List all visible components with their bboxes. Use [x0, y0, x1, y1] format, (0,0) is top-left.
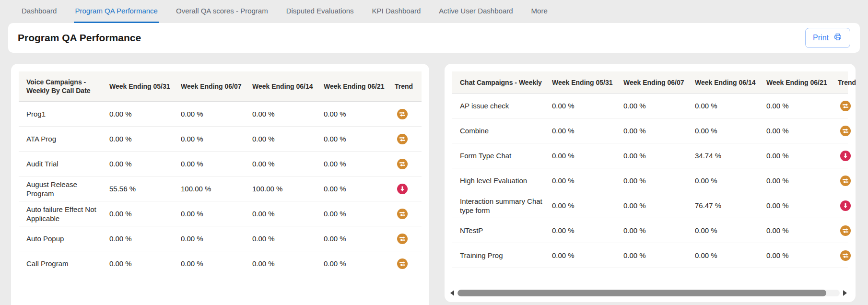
- scrollbar-thumb[interactable]: [457, 290, 826, 296]
- nav-tab-more[interactable]: More: [530, 0, 549, 23]
- trend-column-header: Trend: [838, 78, 856, 87]
- row-label: Training Prog: [460, 251, 552, 260]
- cell-value: 0.00 %: [324, 135, 395, 143]
- nav-tab-kpi-dashboard[interactable]: KPI Dashboard: [371, 0, 422, 23]
- cell-value: 0.00 %: [109, 110, 181, 118]
- cell-value: 100.00 %: [181, 185, 252, 193]
- cell-value: 0.00 %: [623, 201, 695, 210]
- nav-tab-overall-qa-scores-program[interactable]: Overall QA scores - Program: [175, 0, 269, 23]
- week-column-header: Week Ending 06/14: [695, 78, 766, 87]
- cell-value: 0.00 %: [623, 152, 695, 160]
- print-button-label: Print: [813, 34, 829, 42]
- trend-flat-icon: [397, 133, 408, 145]
- cell-value: 0.00 %: [252, 259, 324, 268]
- print-button[interactable]: Print: [805, 28, 850, 48]
- trend-flat-icon: [840, 250, 851, 261]
- cell-value: 0.00 %: [623, 251, 695, 259]
- cell-value: 34.74 %: [695, 152, 766, 160]
- row-label: Auto failure Effect Not Applicable: [26, 205, 109, 223]
- cell-value: 0.00 %: [324, 210, 395, 218]
- table-row: Auto Popup0.00 %0.00 %0.00 %0.00 %: [19, 226, 422, 251]
- cell-value: 0.00 %: [109, 135, 181, 143]
- trend-cell: [838, 225, 856, 236]
- trend-flat-icon: [397, 208, 408, 220]
- trend-down-icon: [397, 183, 408, 195]
- trend-flat-icon: [397, 258, 408, 270]
- cell-value: 0.00 %: [623, 226, 695, 235]
- trend-cell: [838, 200, 856, 211]
- nav-tab-disputed-evaluations[interactable]: Disputed Evaluations: [285, 0, 355, 23]
- table-title-header: Chat Campaigns - Weekly: [460, 78, 552, 87]
- cell-value: 55.56 %: [109, 185, 181, 193]
- cell-value: 0.00 %: [552, 102, 623, 110]
- table-row: Interaction summary Chat type form0.00 %…: [452, 193, 848, 218]
- row-label: Auto Popup: [26, 234, 109, 243]
- week-column-header: Week Ending 06/21: [766, 78, 838, 87]
- row-label: High level Evaluation: [460, 176, 552, 185]
- table-row: Combine0.00 %0.00 %0.00 %0.00 %: [452, 118, 848, 143]
- row-label: August Release Program: [26, 180, 109, 198]
- cell-value: 0.00 %: [695, 102, 766, 110]
- nav-tab-dashboard[interactable]: Dashboard: [21, 0, 58, 23]
- trend-cell: [395, 133, 423, 145]
- cell-value: 0.00 %: [695, 226, 766, 235]
- table-row: Auto failure Effect Not Applicable0.00 %…: [19, 201, 422, 226]
- table-row: Call Program0.00 %0.00 %0.00 %0.00 %: [19, 251, 422, 276]
- table-row: ATA Prog0.00 %0.00 %0.00 %0.00 %: [19, 127, 422, 152]
- cell-value: 0.00 %: [109, 235, 181, 243]
- trend-cell: [395, 183, 423, 195]
- row-label: Interaction summary Chat type form: [460, 197, 552, 215]
- trend-cell: [838, 125, 856, 137]
- row-label: Call Program: [26, 259, 109, 268]
- cell-value: 76.47 %: [695, 201, 766, 210]
- printer-icon: [833, 32, 843, 44]
- trend-flat-icon: [397, 108, 408, 120]
- table-body: AP issue check0.00 %0.00 %0.00 %0.00 %Co…: [452, 94, 848, 268]
- cell-value: 0.00 %: [181, 135, 252, 143]
- row-label: ATA Prog: [26, 134, 109, 143]
- cell-value: 0.00 %: [181, 259, 252, 268]
- cell-value: 0.00 %: [252, 210, 324, 218]
- week-column-header: Week Ending 06/07: [181, 82, 252, 91]
- cell-value: 0.00 %: [552, 152, 623, 160]
- cell-value: 0.00 %: [252, 160, 324, 168]
- cell-value: 0.00 %: [695, 251, 766, 259]
- trend-flat-icon: [397, 233, 408, 245]
- nav-tab-program-qa-performance[interactable]: Program QA Performance: [74, 0, 159, 23]
- trend-flat-icon: [840, 175, 851, 187]
- cell-value: 0.00 %: [181, 110, 252, 118]
- week-column-header: Week Ending 06/21: [324, 82, 395, 91]
- trend-flat-icon: [840, 125, 851, 137]
- scroll-left-icon[interactable]: [450, 290, 454, 296]
- cell-value: 0.00 %: [109, 259, 181, 268]
- nav-tab-active-user-dashboard[interactable]: Active User Dashboard: [438, 0, 514, 23]
- horizontal-scrollbar: [450, 289, 847, 297]
- week-column-header: Week Ending 06/07: [623, 78, 695, 87]
- trend-cell: [395, 233, 423, 245]
- table-header-row: Chat Campaigns - WeeklyWeek Ending 05/31…: [452, 71, 848, 94]
- week-column-header: Week Ending 05/31: [552, 78, 623, 87]
- table-row: Audit Trial0.00 %0.00 %0.00 %0.00 %: [19, 152, 422, 176]
- cell-value: 0.00 %: [252, 135, 324, 143]
- cell-value: 0.00 %: [552, 127, 623, 135]
- trend-cell: [838, 100, 856, 112]
- page-title: Program QA Performance: [18, 32, 141, 44]
- row-label: Prog1: [26, 109, 109, 118]
- cell-value: 100.00 %: [252, 185, 324, 193]
- trend-cell: [395, 208, 423, 220]
- cell-value: 0.00 %: [623, 176, 695, 185]
- cell-value: 0.00 %: [766, 176, 838, 185]
- cell-value: 0.00 %: [623, 102, 695, 110]
- week-column-header: Week Ending 06/14: [252, 82, 324, 91]
- cell-value: 0.00 %: [252, 110, 324, 118]
- scroll-right-icon[interactable]: [843, 290, 847, 296]
- cell-value: 0.00 %: [181, 235, 252, 243]
- trend-cell: [395, 158, 423, 170]
- cell-value: 0.00 %: [324, 259, 395, 268]
- page-header: Program QA Performance Print: [8, 23, 860, 53]
- cell-value: 0.00 %: [552, 176, 623, 185]
- scrollbar-track[interactable]: [457, 290, 840, 296]
- tables-area: Voice Campaigns - Weekly By Call DateWee…: [11, 64, 868, 305]
- trend-cell: [395, 108, 423, 120]
- cell-value: 0.00 %: [766, 102, 838, 110]
